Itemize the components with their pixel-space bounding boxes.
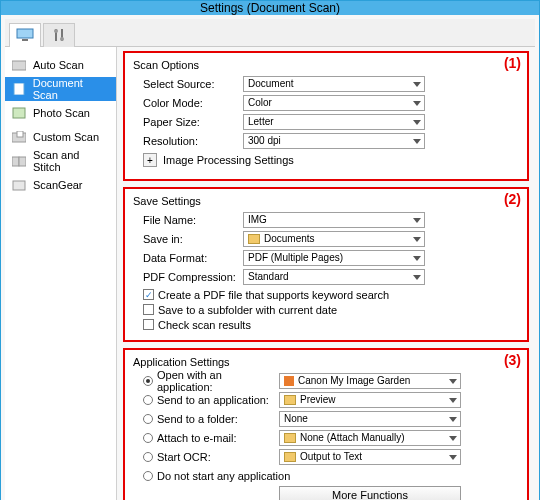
top-tab-strip	[5, 19, 535, 47]
check-results-checkbox[interactable]	[143, 319, 154, 330]
svg-point-5	[60, 37, 64, 41]
subfolder-label: Save to a subfolder with current date	[158, 304, 337, 316]
radio-open-with[interactable]	[143, 376, 153, 386]
svg-rect-11	[12, 157, 19, 166]
color-mode-label: Color Mode:	[133, 97, 243, 109]
radio-open-with-label: Open with an application:	[157, 369, 279, 393]
radio-do-not-start-label: Do not start any application	[157, 470, 290, 482]
scan-stitch-icon	[11, 153, 27, 169]
svg-rect-12	[19, 157, 26, 166]
custom-scan-icon	[11, 129, 27, 145]
save-settings-section: (2) Save Settings File Name: IMG Save in…	[123, 187, 529, 342]
sidebar-item-custom-scan[interactable]: Custom Scan	[5, 125, 116, 149]
annotation-1: (1)	[504, 55, 521, 71]
paper-size-label: Paper Size:	[133, 116, 243, 128]
client-area: Auto Scan Document Scan Photo Scan Custo…	[1, 15, 539, 500]
window-title: Settings (Document Scan)	[200, 1, 340, 15]
select-source-label: Select Source:	[133, 78, 243, 90]
titlebar: Settings (Document Scan)	[1, 1, 539, 15]
app-icon	[284, 376, 294, 386]
save-in-dropdown[interactable]: Documents	[243, 231, 425, 247]
resolution-label: Resolution:	[133, 135, 243, 147]
annotation-3: (3)	[504, 352, 521, 368]
tab-scan-modes[interactable]	[9, 23, 41, 47]
svg-rect-13	[13, 181, 25, 190]
tools-icon	[52, 28, 66, 44]
svg-rect-1	[22, 39, 28, 41]
scangear-icon	[11, 177, 27, 193]
auto-scan-icon	[11, 57, 27, 73]
app-settings-section: (3) Application Settings Open with an ap…	[123, 348, 529, 500]
subfolder-checkbox[interactable]	[143, 304, 154, 315]
radio-attach-email[interactable]	[143, 433, 153, 443]
radio-do-not-start[interactable]	[143, 471, 153, 481]
scan-options-section: (1) Scan Options Select Source: Document…	[123, 51, 529, 181]
sidebar: Auto Scan Document Scan Photo Scan Custo…	[5, 47, 117, 500]
sidebar-item-photo-scan[interactable]: Photo Scan	[5, 101, 116, 125]
pdf-compression-label: PDF Compression:	[133, 271, 243, 283]
resolution-dropdown[interactable]: 300 dpi	[243, 133, 425, 149]
sidebar-item-scan-stitch[interactable]: Scan and Stitch	[5, 149, 116, 173]
attach-email-dropdown[interactable]: None (Attach Manually)	[279, 430, 461, 446]
app-settings-title: Application Settings	[133, 356, 519, 368]
data-format-label: Data Format:	[133, 252, 243, 264]
pdf-compression-dropdown[interactable]: Standard	[243, 269, 425, 285]
svg-rect-7	[14, 83, 24, 95]
svg-rect-8	[13, 108, 25, 118]
file-name-label: File Name:	[133, 214, 243, 226]
ips-expand-button[interactable]: +	[143, 153, 157, 167]
monitor-icon	[16, 28, 34, 44]
sidebar-item-label: ScanGear	[33, 179, 83, 191]
svg-rect-0	[17, 29, 33, 38]
folder-icon	[284, 433, 296, 443]
sidebar-item-document-scan[interactable]: Document Scan	[5, 77, 116, 101]
annotation-2: (2)	[504, 191, 521, 207]
sidebar-item-auto-scan[interactable]: Auto Scan	[5, 53, 116, 77]
start-ocr-dropdown[interactable]: Output to Text	[279, 449, 461, 465]
svg-point-4	[54, 29, 58, 33]
more-functions-button[interactable]: More Functions	[279, 486, 461, 500]
open-with-dropdown[interactable]: Canon My Image Garden	[279, 373, 461, 389]
svg-rect-6	[12, 61, 26, 70]
radio-send-folder-label: Send to a folder:	[157, 413, 279, 425]
radio-start-ocr-label: Start OCR:	[157, 451, 279, 463]
folder-icon	[284, 452, 296, 462]
svg-rect-10	[17, 131, 23, 137]
sidebar-item-label: Auto Scan	[33, 59, 84, 71]
ips-label: Image Processing Settings	[163, 154, 294, 166]
folder-icon	[284, 395, 296, 405]
settings-dialog: Settings (Document Scan) Auto Scan	[0, 0, 540, 500]
tab-tools[interactable]	[43, 23, 75, 47]
radio-send-app-label: Send to an application:	[157, 394, 279, 406]
radio-start-ocr[interactable]	[143, 452, 153, 462]
document-scan-icon	[11, 81, 27, 97]
save-in-label: Save in:	[133, 233, 243, 245]
check-results-label: Check scan results	[158, 319, 251, 331]
radio-send-app[interactable]	[143, 395, 153, 405]
body: Auto Scan Document Scan Photo Scan Custo…	[5, 47, 535, 500]
main-panel: (1) Scan Options Select Source: Document…	[117, 47, 535, 500]
photo-scan-icon	[11, 105, 27, 121]
select-source-dropdown[interactable]: Document	[243, 76, 425, 92]
keyword-pdf-checkbox[interactable]: ✓	[143, 289, 154, 300]
keyword-pdf-label: Create a PDF file that supports keyword …	[158, 289, 389, 301]
sidebar-item-label: Custom Scan	[33, 131, 99, 143]
scan-options-title: Scan Options	[133, 59, 519, 71]
save-settings-title: Save Settings	[133, 195, 519, 207]
folder-icon	[248, 234, 260, 244]
sidebar-item-label: Photo Scan	[33, 107, 90, 119]
paper-size-dropdown[interactable]: Letter	[243, 114, 425, 130]
sidebar-item-scangear[interactable]: ScanGear	[5, 173, 116, 197]
send-app-dropdown[interactable]: Preview	[279, 392, 461, 408]
color-mode-dropdown[interactable]: Color	[243, 95, 425, 111]
sidebar-item-label: Scan and Stitch	[33, 149, 110, 173]
file-name-field[interactable]: IMG	[243, 212, 425, 228]
send-folder-dropdown[interactable]: None	[279, 411, 461, 427]
sidebar-item-label: Document Scan	[33, 77, 110, 101]
data-format-dropdown[interactable]: PDF (Multiple Pages)	[243, 250, 425, 266]
radio-send-folder[interactable]	[143, 414, 153, 424]
radio-attach-email-label: Attach to e-mail:	[157, 432, 279, 444]
